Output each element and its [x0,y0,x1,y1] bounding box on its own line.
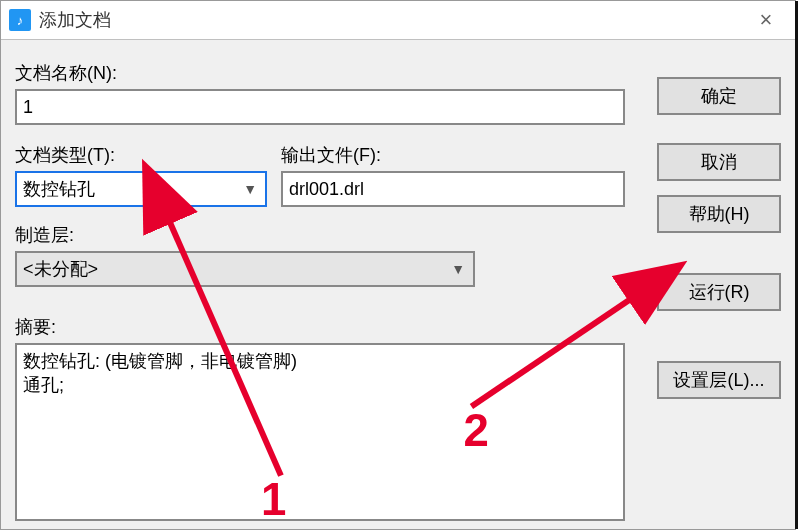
close-icon[interactable]: × [743,1,789,39]
chevron-down-icon: ▼ [243,181,257,197]
doc-type-select[interactable]: 数控钻孔 ▼ [15,171,267,207]
output-file-label: 输出文件(F): [281,143,381,167]
doc-name-input[interactable] [15,89,625,125]
dialog-content: 文档名称(N): 文档类型(T): 数控钻孔 ▼ 输出文件(F): 制造层: <… [15,51,781,525]
output-file-input[interactable] [281,171,625,207]
cancel-button[interactable]: 取消 [657,143,781,181]
summary-textarea[interactable]: 数控钻孔: (电镀管脚，非电镀管脚) 通孔; [15,343,625,521]
run-button[interactable]: 运行(R) [657,273,781,311]
set-layers-button[interactable]: 设置层(L)... [657,361,781,399]
dialog-window: ♪ 添加文档 × 文档名称(N): 文档类型(T): 数控钻孔 ▼ 输出文件(F… [0,0,796,530]
mfg-layer-selected-value: <未分配> [23,257,98,281]
doc-type-selected-value: 数控钻孔 [23,177,95,201]
doc-type-label: 文档类型(T): [15,143,115,167]
window-edge-shadow [795,1,798,529]
summary-label: 摘要: [15,315,56,339]
mfg-layer-label: 制造层: [15,223,74,247]
doc-name-label: 文档名称(N): [15,61,117,85]
window-title: 添加文档 [39,8,111,32]
app-icon: ♪ [9,9,31,31]
mfg-layer-select[interactable]: <未分配> ▼ [15,251,475,287]
title-bar: ♪ 添加文档 × [1,1,795,40]
help-button[interactable]: 帮助(H) [657,195,781,233]
chevron-down-icon: ▼ [451,261,465,277]
ok-button[interactable]: 确定 [657,77,781,115]
